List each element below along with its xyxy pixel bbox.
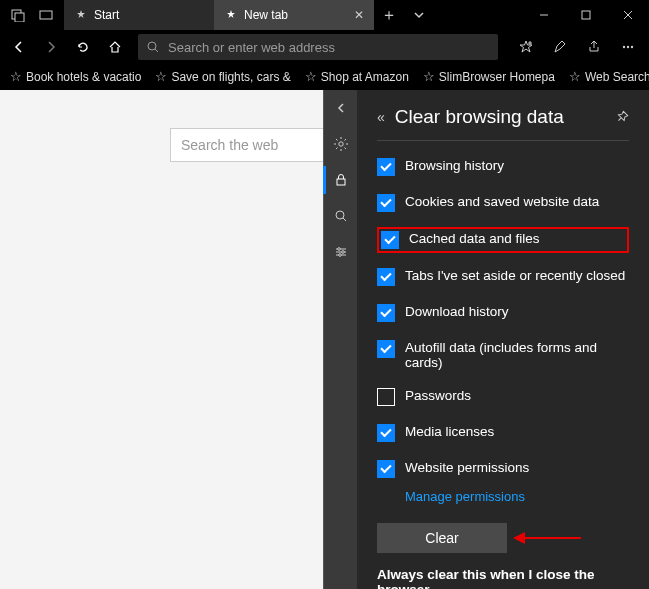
clear-browsing-data-panel: « Clear browsing data Browsing historyCo…: [357, 90, 649, 589]
checkbox[interactable]: [377, 158, 395, 176]
manage-permissions-link[interactable]: Manage permissions: [405, 489, 525, 504]
star-icon: ☆: [155, 69, 167, 84]
checkbox[interactable]: [377, 388, 395, 406]
svg-line-17: [343, 218, 346, 221]
address-placeholder: Search or enter web address: [168, 40, 335, 55]
favorites-button[interactable]: [509, 32, 543, 62]
home-button[interactable]: [100, 32, 130, 62]
bookmark-item[interactable]: ☆Shop at Amazon: [301, 69, 413, 84]
svg-line-8: [155, 49, 158, 52]
tabs-preview-icon[interactable]: [34, 3, 58, 27]
bookmark-label: SlimBrowser Homepa: [439, 70, 555, 84]
title-bar: Start New tab ✕ ＋: [0, 0, 649, 30]
svg-point-21: [338, 248, 341, 251]
bookmark-label: Shop at Amazon: [321, 70, 409, 84]
tab-favicon-icon: [224, 8, 238, 22]
sliders-icon[interactable]: [324, 234, 358, 270]
clear-data-option[interactable]: Download history: [377, 301, 629, 325]
bookmark-label: Book hotels & vacatio: [26, 70, 141, 84]
tab-favicon-icon: [74, 8, 88, 22]
svg-point-22: [342, 251, 345, 254]
clear-data-option[interactable]: Passwords: [377, 385, 629, 409]
clear-data-option[interactable]: Cached data and files: [377, 227, 629, 253]
star-icon: ☆: [423, 69, 435, 84]
gear-icon[interactable]: [324, 126, 358, 162]
always-clear-label: Always clear this when I close the brows…: [377, 567, 629, 589]
clear-button[interactable]: Clear: [377, 523, 507, 553]
pin-icon[interactable]: [615, 110, 629, 124]
option-label: Autofill data (includes forms and cards): [405, 340, 629, 370]
option-label: Cookies and saved website data: [405, 194, 599, 209]
svg-rect-2: [40, 11, 52, 19]
option-label: Media licenses: [405, 424, 494, 439]
back-button[interactable]: [4, 32, 34, 62]
tab-newtab[interactable]: New tab ✕: [214, 0, 374, 30]
magnifier-icon[interactable]: [324, 198, 358, 234]
settings-sidebar: [323, 90, 357, 589]
checkbox[interactable]: [377, 304, 395, 322]
more-button[interactable]: [611, 32, 645, 62]
svg-point-13: [631, 46, 633, 48]
svg-point-23: [339, 254, 342, 257]
tab-actions-icon[interactable]: [6, 3, 30, 27]
sidebar-back-icon[interactable]: [324, 90, 358, 126]
clear-data-option[interactable]: Website permissions: [377, 457, 629, 481]
svg-rect-4: [582, 11, 590, 19]
bookmark-label: Save on flights, cars &: [171, 70, 290, 84]
clear-data-option[interactable]: Tabs I've set aside or recently closed: [377, 265, 629, 289]
option-label: Download history: [405, 304, 509, 319]
lock-icon[interactable]: [324, 162, 358, 198]
bookmark-label: Web Search: [585, 70, 649, 84]
svg-point-14: [339, 142, 343, 146]
bookmark-item[interactable]: ☆Save on flights, cars &: [151, 69, 294, 84]
svg-rect-15: [337, 179, 345, 185]
star-icon: ☆: [569, 69, 581, 84]
checkbox[interactable]: [377, 268, 395, 286]
star-icon: ☆: [10, 69, 22, 84]
clear-data-option[interactable]: Autofill data (includes forms and cards): [377, 337, 629, 373]
new-tab-button[interactable]: ＋: [374, 0, 404, 30]
search-icon: [146, 40, 160, 54]
clear-data-option[interactable]: Cookies and saved website data: [377, 191, 629, 215]
option-label: Browsing history: [405, 158, 504, 173]
checkbox[interactable]: [377, 340, 395, 358]
svg-point-12: [627, 46, 629, 48]
checkbox[interactable]: [377, 460, 395, 478]
svg-point-7: [148, 42, 156, 50]
tab-label: Start: [94, 8, 119, 22]
option-label: Tabs I've set aside or recently closed: [405, 268, 625, 283]
annotation-arrow-icon: [521, 537, 581, 539]
tab-start[interactable]: Start: [64, 0, 214, 30]
checkbox[interactable]: [381, 231, 399, 249]
option-label: Passwords: [405, 388, 471, 403]
tabs-dropdown-icon[interactable]: [404, 0, 434, 30]
svg-rect-1: [15, 13, 24, 22]
toolbar: Search or enter web address: [0, 30, 649, 64]
star-icon: ☆: [305, 69, 317, 84]
share-button[interactable]: [577, 32, 611, 62]
checkbox[interactable]: [377, 194, 395, 212]
svg-point-16: [336, 211, 344, 219]
maximize-button[interactable]: [565, 0, 607, 30]
panel-title: Clear browsing data: [395, 106, 564, 128]
panel-back-icon[interactable]: «: [377, 109, 385, 125]
close-window-button[interactable]: [607, 0, 649, 30]
clear-data-option[interactable]: Media licenses: [377, 421, 629, 445]
notes-button[interactable]: [543, 32, 577, 62]
clear-data-option[interactable]: Browsing history: [377, 155, 629, 179]
refresh-button[interactable]: [68, 32, 98, 62]
minimize-button[interactable]: [523, 0, 565, 30]
forward-button[interactable]: [36, 32, 66, 62]
option-label: Website permissions: [405, 460, 529, 475]
address-bar[interactable]: Search or enter web address: [138, 34, 498, 60]
checkbox[interactable]: [377, 424, 395, 442]
option-label: Cached data and files: [409, 231, 540, 246]
svg-point-11: [623, 46, 625, 48]
tab-close-icon[interactable]: ✕: [354, 8, 364, 22]
bookmark-item[interactable]: ☆Web Search: [565, 69, 649, 84]
bookmark-bar: ☆Book hotels & vacatio ☆Save on flights,…: [0, 64, 649, 90]
tab-label: New tab: [244, 8, 288, 22]
bookmark-item[interactable]: ☆SlimBrowser Homepa: [419, 69, 559, 84]
bookmark-item[interactable]: ☆Book hotels & vacatio: [6, 69, 145, 84]
